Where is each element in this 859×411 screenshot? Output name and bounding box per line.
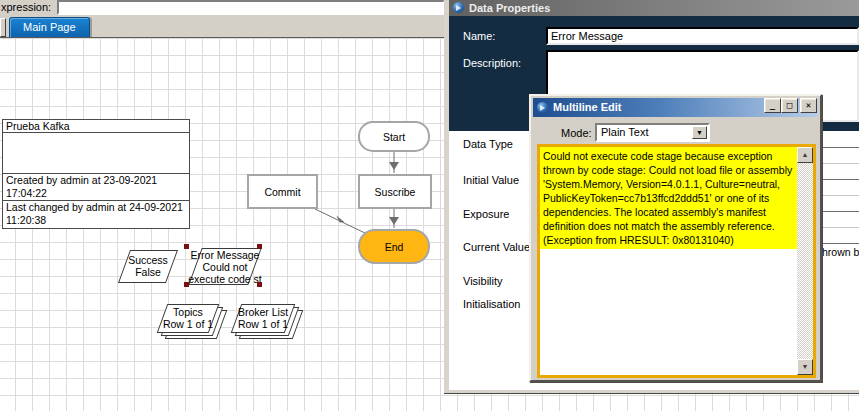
process-last-changed-text: Last changed by admin at 24-09-2021 11:2… [3, 201, 189, 230]
multiline-text-area[interactable]: Could not execute code stage because exc… [537, 144, 816, 378]
data-properties-titlebar[interactable]: Data Properties [449, 0, 859, 16]
node-suscribe[interactable]: Suscribe [358, 174, 432, 209]
node-commit[interactable]: Commit [247, 174, 318, 209]
expression-input[interactable] [57, 0, 445, 15]
multiline-edit-dialog: Multiline Edit _ □ ✕ Mode: Plain Text ▼ … [529, 94, 822, 382]
exposure-label: Exposure [463, 208, 509, 220]
field-sliver[interactable] [822, 180, 859, 196]
name-label: Name: [463, 30, 495, 42]
process-description [3, 133, 189, 174]
initialisation-label: Initialisation [463, 298, 520, 310]
field-sliver[interactable] [822, 164, 859, 180]
process-created-text: Created by admin at 23-09-2021 17:04:22 [3, 174, 189, 201]
selection-handle[interactable] [184, 244, 189, 249]
field-sliver[interactable] [822, 148, 859, 164]
window-buttons: _ □ ✕ [764, 98, 817, 113]
process-title: Prueba Kafka [3, 120, 189, 133]
node-start[interactable]: Start [358, 121, 430, 152]
visibility-label: Visibility [463, 275, 503, 287]
mode-dropdown-value: Plain Text [601, 126, 649, 138]
current-value-field-clipped[interactable]: hrown by [822, 244, 859, 261]
name-input[interactable] [546, 27, 859, 45]
scroll-up-icon[interactable]: ▲ [797, 147, 813, 163]
current-value-label: Current Value [463, 241, 530, 253]
expression-label: xpression: [1, 1, 51, 13]
data-item-success[interactable] [118, 250, 178, 283]
blueprism-icon [453, 2, 464, 13]
field-sliver[interactable] [822, 228, 859, 244]
data-properties-title: Data Properties [469, 2, 550, 14]
initial-value-label: Initial Value [463, 174, 519, 186]
chevron-down-icon[interactable]: ▼ [692, 126, 707, 139]
field-sliver[interactable] [822, 212, 859, 228]
app-window: xpression: Main Page Prueba Kafka Create… [0, 0, 859, 411]
selection-handle[interactable] [257, 282, 262, 287]
maximize-icon[interactable]: □ [781, 98, 798, 113]
tab-main-page[interactable]: Main Page [9, 17, 90, 37]
field-slivers: hrown by [822, 132, 859, 261]
field-sliver[interactable] [822, 132, 859, 148]
selection-handle[interactable] [184, 282, 189, 287]
data-type-label: Data Type [463, 138, 513, 150]
node-end[interactable]: End [358, 229, 430, 264]
error-text-highlighted: Could not execute code stage because exc… [540, 147, 797, 249]
tab-scroll-button[interactable] [0, 18, 6, 37]
vertical-scrollbar[interactable]: ▲ ▼ [797, 147, 813, 375]
minimize-icon[interactable]: _ [764, 98, 781, 113]
data-item-error-message[interactable] [188, 248, 261, 285]
mode-dropdown[interactable]: Plain Text ▼ [595, 123, 710, 142]
close-icon[interactable]: ✕ [800, 98, 817, 113]
blueprism-icon [537, 102, 548, 113]
mode-label: Mode: [561, 127, 592, 139]
collection-broker-list[interactable] [231, 304, 296, 333]
scroll-down-icon[interactable]: ▼ [797, 359, 813, 375]
collection-topics[interactable] [157, 304, 220, 333]
field-sliver[interactable] [822, 196, 859, 212]
multiline-edit-title: Multiline Edit [553, 101, 621, 113]
selection-handle[interactable] [257, 244, 262, 249]
description-label: Description: [463, 57, 521, 69]
process-info-box[interactable]: Prueba Kafka Created by admin at 23-09-2… [2, 119, 190, 229]
